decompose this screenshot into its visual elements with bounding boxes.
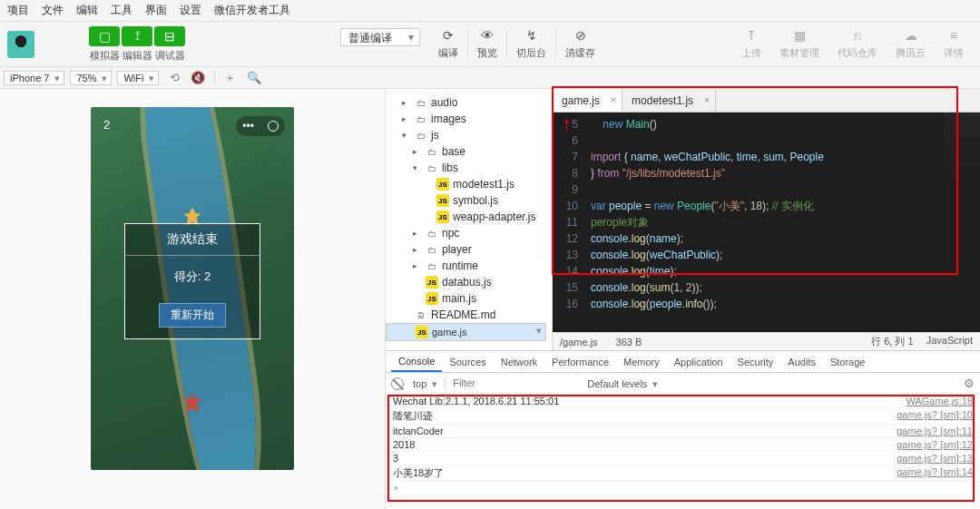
- tree-symbol.js[interactable]: JSsymbol.js: [386, 192, 552, 209]
- game-over-modal: 游戏结束 得分: 2 重新开始: [124, 223, 260, 339]
- search-icon[interactable]: 🔍: [241, 71, 267, 84]
- zoom-select[interactable]: 75%: [70, 71, 112, 85]
- close-icon[interactable]: ×: [704, 94, 710, 105]
- dt-tab-Network[interactable]: Network: [494, 351, 544, 372]
- source-link[interactable]: game.js? [sm]:12: [897, 439, 973, 450]
- btn-切后台[interactable]: ↯切后台: [506, 28, 555, 60]
- console-row[interactable]: 2018game.js? [sm]:12: [386, 438, 980, 452]
- tree-js[interactable]: ▾🗀js: [386, 127, 552, 143]
- close-icon[interactable]: ×: [611, 94, 616, 105]
- menu-微信开发者工具[interactable]: 微信开发者工具: [214, 3, 290, 18]
- capsule-button[interactable]: •••: [236, 116, 285, 136]
- file-path: /game.js: [560, 337, 598, 347]
- score-label: 得分: 2: [125, 256, 260, 298]
- dt-tab-Application[interactable]: Application: [667, 351, 730, 372]
- btn-代码仓库[interactable]: ⎌代码仓库: [828, 28, 887, 60]
- levels-select[interactable]: Default levels: [583, 378, 660, 389]
- dt-tab-Security[interactable]: Security: [730, 351, 781, 372]
- btn-预览[interactable]: 👁预览: [467, 28, 506, 60]
- menu-编辑[interactable]: 编辑: [76, 3, 98, 18]
- clear-console-icon[interactable]: [391, 377, 404, 390]
- mute-icon[interactable]: 🔇: [185, 71, 211, 84]
- file-tree[interactable]: ▸🗀audio▸🗀images▾🗀js▸🗀base▾🗀libsJSmodetes…: [386, 89, 553, 350]
- tab-game.js[interactable]: game.js×: [553, 89, 622, 112]
- btn-详情[interactable]: ≡详情: [935, 28, 973, 60]
- source-link[interactable]: game.js? [sm]:10: [897, 409, 973, 423]
- game-canvas[interactable]: 2 ••• 游戏结束 得分: 2 重新开始: [91, 107, 294, 470]
- restart-button[interactable]: 重新开始: [159, 303, 226, 328]
- btn-上传[interactable]: ⤒上传: [732, 28, 770, 60]
- tree-weapp-adapter.js[interactable]: JSweapp-adapter.js: [386, 209, 552, 225]
- btn-素材管理[interactable]: ▦素材管理: [770, 28, 828, 60]
- language-mode[interactable]: JavaScript: [926, 335, 973, 348]
- tree-npc[interactable]: ▸🗀npc: [386, 225, 552, 241]
- menu-工具[interactable]: 工具: [111, 3, 132, 18]
- network-select[interactable]: WiFi: [117, 71, 159, 85]
- tree-game.js[interactable]: JSgame.js: [386, 323, 546, 341]
- dt-tab-Performance[interactable]: Performance: [544, 351, 616, 372]
- console-prompt[interactable]: ›: [386, 482, 980, 494]
- devtools-panel: ConsoleSourcesNetworkPerformanceMemoryAp…: [386, 350, 980, 509]
- menu-项目[interactable]: 项目: [7, 3, 29, 18]
- score-top-left: 2: [103, 118, 110, 132]
- console-filter-bar: top Default levels ⚙: [386, 373, 980, 395]
- add-file-icon[interactable]: ＋: [219, 70, 241, 86]
- filter-input[interactable]: [451, 376, 578, 391]
- source-link[interactable]: WAGame.js:18: [906, 396, 973, 406]
- menubar: 项目文件编辑工具界面设置微信开发者工具: [0, 0, 980, 22]
- tree-audio[interactable]: ▸🗀audio: [386, 94, 552, 111]
- dt-tab-Memory[interactable]: Memory: [616, 351, 667, 372]
- tree-libs[interactable]: ▾🗀libs: [386, 160, 552, 176]
- line-gutter: 5678910111213141516: [553, 113, 583, 332]
- dt-tab-Storage[interactable]: Storage: [823, 351, 873, 372]
- avatar[interactable]: [7, 31, 34, 58]
- console-row[interactable]: 3game.js? [sm]:13: [386, 452, 980, 465]
- menu-设置[interactable]: 设置: [180, 3, 201, 18]
- btn-模拟器[interactable]: ▢模拟器: [89, 26, 120, 63]
- tab-modetest1.js[interactable]: modetest1.js×: [622, 89, 716, 112]
- tree-base[interactable]: ▸🗀base: [386, 143, 552, 160]
- btn-腾讯云[interactable]: ☁腾讯云: [887, 28, 935, 60]
- console-row[interactable]: 随笔川迹game.js? [sm]:10: [386, 408, 980, 425]
- source-link[interactable]: game.js? [sm]:11: [897, 426, 973, 436]
- btn-调试器[interactable]: ⊟调试器: [154, 26, 185, 63]
- gear-icon[interactable]: ⚙: [964, 377, 975, 390]
- editor-tabs: ↑ game.js×modetest1.js×: [553, 89, 980, 113]
- dt-tab-Console[interactable]: Console: [391, 351, 442, 372]
- dt-tab-Audits[interactable]: Audits: [780, 351, 823, 372]
- simulator-strip: iPhone 7 75% WiFi ⟲ 🔇 ＋ 🔍: [0, 67, 980, 89]
- tree-databus.js[interactable]: JSdatabus.js: [386, 274, 552, 290]
- tree-runtime[interactable]: ▸🗀runtime: [386, 258, 552, 274]
- code-area[interactable]: new Main() import { name, weChatPublic, …: [583, 113, 980, 332]
- console-row[interactable]: Wechat Lib:2.1.1, 2018.6.21 11:55:01WAGa…: [386, 395, 980, 408]
- tree-images[interactable]: ▸🗀images: [386, 111, 552, 127]
- context-select[interactable]: top: [409, 378, 439, 389]
- compile-mode-select[interactable]: 普通编译: [331, 28, 429, 46]
- console-output[interactable]: Wechat Lib:2.1.1, 2018.6.21 11:55:01WAGa…: [386, 395, 980, 509]
- console-row[interactable]: itclanCodergame.js? [sm]:11: [386, 425, 980, 438]
- code-editor[interactable]: ↑ game.js×modetest1.js× 5678910111213141…: [553, 89, 980, 350]
- main-toolbar: ▢模拟器⟟编辑器⊟调试器 普通编译 ⟳编译👁预览↯切后台⊘清缓存 ⤒上传▦素材管…: [0, 22, 980, 67]
- device-select[interactable]: iPhone 7: [4, 71, 64, 85]
- arrow-annotation: ↑: [562, 113, 572, 136]
- tree-player[interactable]: ▸🗀player: [386, 241, 552, 258]
- devtools-tabs: ConsoleSourcesNetworkPerformanceMemoryAp…: [386, 351, 980, 373]
- cursor-position: 行 6, 列 1: [871, 335, 913, 348]
- status-bar: /game.js 363 B 行 6, 列 1 JavaScript: [553, 332, 980, 350]
- simulator-pane: 2 ••• 游戏结束 得分: 2 重新开始: [0, 89, 386, 509]
- console-row[interactable]: 小美18岁了game.js? [sm]:14: [386, 465, 980, 482]
- source-link[interactable]: game.js? [sm]:14: [897, 466, 973, 480]
- minimap[interactable]: [944, 113, 980, 185]
- menu-界面[interactable]: 界面: [145, 3, 167, 18]
- orientation-icon[interactable]: ⟲: [164, 71, 185, 84]
- source-link[interactable]: game.js? [sm]:13: [897, 453, 973, 464]
- btn-清缓存[interactable]: ⊘清缓存: [555, 28, 604, 60]
- btn-编辑器[interactable]: ⟟编辑器: [122, 26, 152, 63]
- tree-modetest1.js[interactable]: JSmodetest1.js: [386, 176, 552, 192]
- menu-文件[interactable]: 文件: [42, 3, 64, 18]
- btn-编译[interactable]: ⟳编译: [429, 28, 467, 60]
- tree-main.js[interactable]: JSmain.js: [386, 290, 552, 307]
- file-size: 363 B: [616, 337, 642, 347]
- tree-README.md[interactable]: 🗎README.md: [386, 307, 552, 323]
- dt-tab-Sources[interactable]: Sources: [442, 351, 493, 372]
